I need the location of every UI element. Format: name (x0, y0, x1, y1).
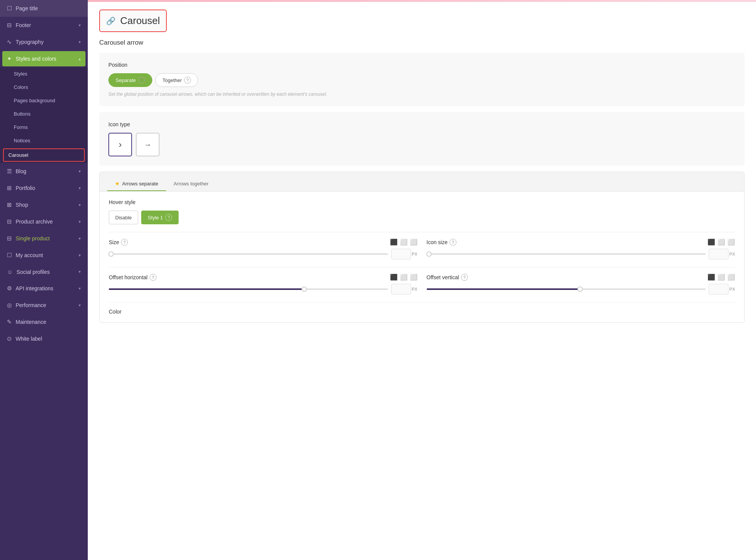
sidebar-item-label: Social profiles (16, 269, 50, 275)
sidebar-item-label: Product archive (16, 219, 53, 225)
sidebar-submenu-styles-colors: Styles Colors Pages background Buttons F… (0, 67, 88, 163)
sidebar-sub-item-pages-background[interactable]: Pages background (0, 94, 88, 107)
size-slider-thumb[interactable] (108, 251, 114, 257)
icon-type-chevron[interactable]: › (108, 133, 132, 156)
offset-v-input[interactable] (709, 284, 729, 294)
offset-h-slider-track (109, 288, 388, 290)
chevron-down-icon: ▾ (79, 203, 81, 208)
sidebar-sub-item-styles[interactable]: Styles (0, 67, 88, 80)
mobile-icon[interactable]: ⬜ (727, 238, 735, 246)
sidebar-sub-item-forms[interactable]: Forms (0, 121, 88, 134)
my-account-icon: ☐ (7, 252, 12, 259)
sidebar-item-label: Portfolio (16, 185, 35, 191)
sidebar-item-page-title[interactable]: ☐ Page title (0, 0, 88, 17)
size-slider-track (109, 253, 388, 255)
sidebar-item-blog[interactable]: ☰ Blog ▾ (0, 163, 88, 180)
arrow-right-icon: → (144, 140, 152, 149)
offset-h-input[interactable] (391, 284, 411, 294)
sidebar-sub-item-notices[interactable]: Notices (0, 134, 88, 147)
sidebar-sub-item-label: Notices (14, 138, 30, 143)
product-archive-icon: ⊟ (7, 218, 12, 225)
sidebar-sub-item-carousel[interactable]: Carousel (3, 148, 85, 162)
size-field: Size ? ⬛ ⬜ ⬜ (109, 238, 417, 259)
sidebar-item-single-product[interactable]: ⊟ Single product ▾ (0, 230, 88, 247)
styles-colors-icon: ✦ (7, 55, 12, 62)
icon-size-slider-thumb[interactable] (426, 251, 432, 257)
offset-v-slider-thumb[interactable] (577, 286, 583, 292)
offset-v-help-icon[interactable]: ? (461, 274, 468, 281)
tab-arrows-separate[interactable]: ★ Arrows separate (107, 177, 166, 191)
sidebar-item-label: White label (16, 336, 42, 342)
sidebar-item-performance[interactable]: ◎ Performance ▾ (0, 297, 88, 314)
divider2 (109, 267, 735, 267)
desktop-icon[interactable]: ⬛ (390, 274, 398, 281)
separate-help-icon[interactable]: ? (138, 77, 145, 84)
sidebar-item-maintenance[interactable]: ✎ Maintenance (0, 314, 88, 330)
link-icon: 🔗 (106, 16, 116, 26)
size-help-icon[interactable]: ? (121, 239, 128, 246)
sidebar-item-api-integrations[interactable]: ⚙ API integrations ▾ (0, 280, 88, 297)
tablet-icon[interactable]: ⬜ (400, 238, 408, 246)
disable-button[interactable]: Disable (109, 211, 138, 224)
sidebar-item-label: Shop (16, 202, 28, 208)
sidebar-sub-item-buttons[interactable]: Buttons (0, 107, 88, 121)
sidebar-item-typography[interactable]: ∿ Typography ▾ (0, 34, 88, 50)
sidebar-sub-item-label: Buttons (14, 111, 31, 117)
together-help-icon[interactable]: ? (184, 77, 191, 84)
sidebar-item-label: Typography (16, 39, 44, 45)
sidebar-item-white-label[interactable]: ⊙ White label (0, 330, 88, 347)
offset-h-device-icons: ⬛ ⬜ ⬜ (390, 274, 417, 281)
sidebar-item-product-archive[interactable]: ⊟ Product archive ▾ (0, 213, 88, 230)
sidebar-item-styles-colors[interactable]: ✦ Styles and colors ▴ (2, 51, 85, 66)
tablet-icon[interactable]: ⬜ (717, 274, 725, 281)
size-input[interactable] (391, 249, 411, 259)
sidebar-item-label: Maintenance (16, 319, 46, 325)
sidebar-item-footer[interactable]: ⊟ Footer ▾ (0, 17, 88, 34)
maintenance-icon: ✎ (7, 319, 12, 325)
desktop-icon[interactable]: ⬛ (390, 238, 398, 246)
sidebar-sub-item-colors[interactable]: Colors (0, 80, 88, 94)
icon-size-help-icon[interactable]: ? (450, 239, 456, 246)
tab-arrows-together[interactable]: Arrows together (166, 177, 216, 191)
page-header: 🔗 Carousel (99, 10, 167, 32)
sidebar-item-social-profiles[interactable]: ☺ Social profiles ▾ (0, 264, 88, 280)
sidebar: ☐ Page title ⊟ Footer ▾ ∿ Typography ▾ ✦… (0, 0, 88, 560)
icon-size-input[interactable] (709, 249, 729, 259)
sidebar-item-portfolio[interactable]: ⊞ Portfolio ▾ (0, 180, 88, 196)
icon-type-arrow[interactable]: → (136, 133, 160, 156)
typography-icon: ∿ (7, 39, 12, 45)
offset-h-help-icon[interactable]: ? (150, 274, 156, 281)
arrows-tabs-container: ★ Arrows separate Arrows together Hover … (99, 172, 745, 323)
tablet-icon[interactable]: ⬜ (400, 274, 408, 281)
chevron-down-icon: ▾ (79, 286, 81, 291)
sidebar-item-shop[interactable]: ⊠ Shop ▾ (0, 196, 88, 213)
sidebar-item-label: My account (16, 252, 43, 258)
desktop-icon[interactable]: ⬛ (708, 274, 715, 281)
sidebar-item-my-account[interactable]: ☐ My account ▾ (0, 247, 88, 264)
style1-help-icon[interactable]: ? (165, 214, 172, 221)
mobile-icon[interactable]: ⬜ (410, 274, 417, 281)
chevron-down-icon: ▾ (79, 253, 81, 258)
color-section-title: Color (109, 309, 735, 315)
offset-v-device-icons: ⬛ ⬜ ⬜ (708, 274, 735, 281)
icon-type-label: Icon type (108, 121, 735, 127)
separate-button[interactable]: Separate ? (108, 73, 152, 87)
size-px-input-wrap: PX (391, 249, 417, 259)
chevron-down-icon: ▾ (79, 186, 81, 191)
star-icon: ★ (115, 180, 120, 187)
divider3 (109, 302, 735, 303)
mobile-icon[interactable]: ⬜ (727, 274, 735, 281)
desktop-icon[interactable]: ⬛ (708, 238, 715, 246)
sidebar-item-label: Performance (16, 302, 46, 308)
offset-h-slider-thumb[interactable] (301, 286, 307, 292)
offset-v-label: Offset vertical ? (427, 274, 468, 281)
tab-label: Arrows together (174, 181, 209, 187)
together-label: Together (163, 77, 182, 83)
sidebar-item-label: Single product (16, 235, 50, 241)
tablet-icon[interactable]: ⬜ (717, 238, 725, 246)
mobile-icon[interactable]: ⬜ (410, 238, 417, 246)
sidebar-item-label: Blog (16, 168, 26, 174)
page-title-icon: ☐ (7, 5, 12, 12)
style1-button[interactable]: Style 1 ? (141, 211, 179, 224)
together-button[interactable]: Together ? (155, 73, 198, 87)
